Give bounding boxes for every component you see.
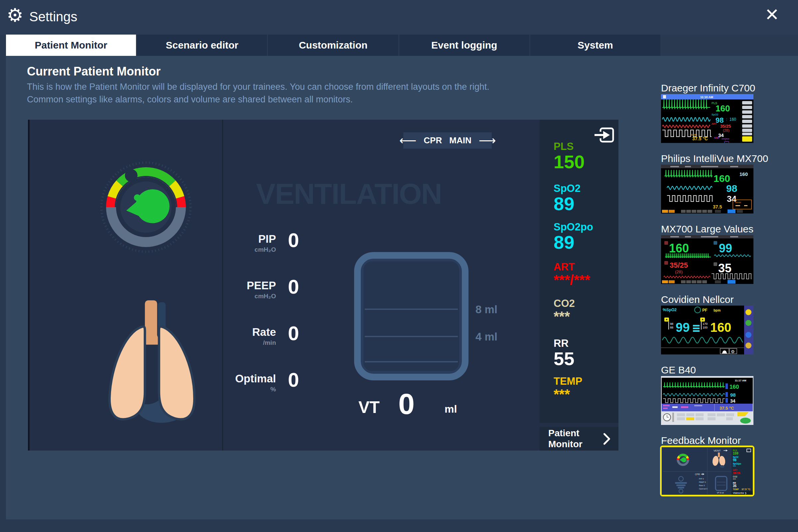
svg-text:Rate 0: Rate 0 (699, 484, 705, 487)
svg-text:%SpO2: %SpO2 (663, 307, 677, 312)
vital-spo2: SpO2 89 (554, 183, 581, 214)
vt-value: 0 (398, 387, 415, 421)
svg-text:160: 160 (729, 384, 739, 390)
layout-label-philips: Philips IntelliVue MX700 (661, 153, 768, 164)
svg-text:34: 34 (730, 398, 736, 404)
svg-text:35/25: 35/25 (720, 124, 731, 129)
svg-text:98: 98 (670, 322, 673, 325)
window-title: Settings (29, 9, 77, 24)
svg-text:35: 35 (718, 261, 732, 275)
svg-text:(28): (28) (723, 128, 729, 132)
layout-label-draeger: Draeger Infinity C700 (661, 82, 755, 94)
tab-event-logging[interactable]: Event logging (399, 35, 529, 56)
layout-thumb-draeger[interactable]: 11:10 AM PLS 160 SpO2 98 : 160 ART 35/25… (661, 94, 754, 143)
gauge-marker-dot (125, 169, 138, 182)
svg-text:ART: ART (711, 122, 717, 125)
svg-text:Vitalmonitor ❯: Vitalmonitor ❯ (733, 492, 746, 494)
svg-text:CO2: CO2 (733, 475, 738, 478)
gear-icon: ⚙ (7, 6, 23, 25)
svg-text:NIBP: NIBP (714, 137, 720, 139)
layout-thumb-covidien[interactable]: %SpO2 PF bpm 98 88 99 170 100 160 ⚙ (661, 306, 754, 355)
nav-cpr[interactable]: CPR (424, 135, 442, 146)
tab-customization[interactable]: Customization (268, 35, 398, 56)
covidien-thumbnail: %SpO2 PF bpm 98 88 99 170 100 160 ⚙ (661, 306, 754, 355)
vt-mark-line (365, 336, 458, 337)
param-unit: cmH₂O (206, 246, 276, 253)
vt-mark-8ml: 8 ml (475, 303, 497, 316)
layout-thumb-feedback[interactable]: VENT CPR PIP 0 (660, 445, 755, 496)
mx700-large-thumbnail: 160 99 35/25 (28) 35 (661, 235, 754, 284)
svg-text:PIP 0: PIP 0 (699, 478, 704, 480)
vital-art: ART ***/*** (554, 261, 590, 287)
waveform (665, 253, 711, 258)
svg-text:TEMP: TEMP (733, 488, 739, 491)
nav-left-arrow-icon[interactable]: ⟵ (399, 135, 417, 147)
svg-text:160: 160 (669, 241, 689, 255)
vt-container-inner (363, 261, 459, 371)
svg-text:ART: ART (733, 469, 737, 471)
svg-text:35: 35 (733, 484, 737, 488)
svg-text:VT 0 ml: VT 0 ml (717, 492, 724, 494)
svg-text:160: 160 (716, 103, 730, 113)
layout-thumb-geb40[interactable]: 11:17 AM 160 98 34 37.5 °C (661, 376, 754, 425)
svg-text:35/25: 35/25 (733, 472, 740, 475)
gauge-arc-red-right (179, 197, 181, 207)
param-value: 0 (288, 229, 299, 252)
expand-monitor-icon[interactable] (594, 127, 614, 143)
svg-text:11:10 AM: 11:10 AM (700, 95, 713, 99)
patient-monitor-nav-button[interactable]: Patient Monitor (540, 427, 619, 451)
tab-scenario-editor[interactable]: Scenario editor (137, 35, 267, 56)
nav-main[interactable]: MAIN (449, 135, 471, 146)
svg-text::: : (726, 118, 727, 121)
trachea (145, 300, 157, 340)
svg-text:VENT: VENT (714, 449, 721, 452)
svg-text:100: 100 (703, 326, 707, 329)
svg-text:PEEP 0: PEEP 0 (699, 481, 706, 483)
patient-monitor-nav-label: Patient Monitor (548, 428, 598, 449)
vital-co2: CO2 *** (554, 298, 575, 324)
param-unit: cmH₂O (206, 292, 276, 300)
svg-text:98: 98 (730, 392, 736, 398)
svg-text:98: 98 (726, 183, 737, 194)
svg-text:159: 159 (733, 452, 739, 455)
svg-text:99: 99 (676, 321, 690, 335)
layout-thumb-mx700lv[interactable]: 160 99 35/25 (28) 35 (661, 235, 754, 284)
layout-thumb-philips[interactable]: 160 160 98 34 37.5 Timer (661, 165, 754, 213)
param-value: 0 (288, 275, 299, 298)
page-title: Current Patient Monitor (27, 64, 160, 78)
param-label: PEEP (206, 279, 276, 292)
description-line-1: This is how the Patient Monitor will be … (27, 82, 490, 92)
ge-b40-thumbnail: 11:17 AM 160 98 34 37.5 °C (661, 376, 754, 425)
nav-right-arrow-icon[interactable]: ⟶ (479, 135, 496, 147)
svg-text:88: 88 (670, 326, 673, 329)
svg-text:99: 99 (719, 241, 732, 255)
svg-text:37.5 °C: 37.5 °C (741, 488, 750, 491)
monitor-page-nav: ⟵ CPR MAIN ⟶ (403, 132, 492, 149)
param-unit: % (206, 386, 276, 393)
ventilation-watermark: VENTILATION (256, 177, 441, 211)
svg-text:***: *** (733, 478, 736, 481)
svg-text:PF: PF (702, 308, 707, 312)
vt-mark-line (365, 361, 458, 362)
gear-icon: ⚙ (731, 349, 735, 354)
tab-patient-monitor[interactable]: Patient Monitor (6, 35, 136, 56)
layout-label-covidien: Covidien Nellcor (661, 294, 734, 305)
svg-text:(28): (28) (675, 269, 683, 274)
lungs-illustration (95, 300, 208, 429)
svg-text:98: 98 (733, 458, 737, 462)
left-lung (109, 326, 145, 419)
svg-text:CPR: CPR (695, 473, 700, 475)
svg-text:160: 160 (729, 117, 736, 122)
draeger-thumbnail: 11:10 AM PLS 160 SpO2 98 : 160 ART 35/25… (661, 94, 754, 143)
tab-system[interactable]: System (530, 35, 660, 56)
settings-window: ⚙ Settings ✕ Patient Monitor Scenario ed… (0, 0, 798, 532)
close-icon[interactable]: ✕ (765, 6, 779, 23)
vt-label: VT (358, 398, 380, 417)
svg-text:160: 160 (710, 321, 731, 335)
title-bar: ⚙ Settings ✕ (0, 0, 798, 35)
feedback-thumbnail: VENT CPR PIP 0 (662, 447, 753, 495)
param-value: 0 (288, 322, 299, 345)
chevron-right-icon (603, 433, 611, 445)
vital-rr: RR 55 (554, 338, 574, 369)
param-label: Rate (206, 326, 276, 339)
